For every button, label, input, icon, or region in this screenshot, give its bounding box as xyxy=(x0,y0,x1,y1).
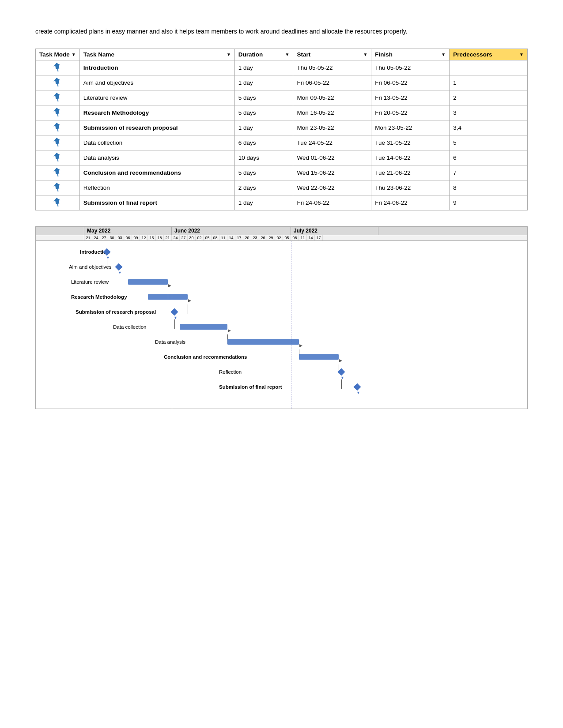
finish-dropdown-arrow[interactable]: ▼ xyxy=(441,52,446,57)
svg-marker-2 xyxy=(53,77,61,85)
col-start[interactable]: Start ▼ xyxy=(293,49,371,60)
gantt-date-cell: 17 xyxy=(235,235,243,240)
table-row: Data analysis10 daysWed 01-06-22Tue 14-0… xyxy=(36,150,528,165)
gantt-dates-row: 2124273003060912151821242730020508111417… xyxy=(36,235,527,241)
gantt-date-cell: 21 xyxy=(84,235,92,240)
gantt-task-label: Data analysis xyxy=(155,339,185,345)
gantt-date-cell: 30 xyxy=(188,235,196,240)
gantt-bar xyxy=(299,354,339,360)
table-row: Submission of research proposal1 dayMon … xyxy=(36,120,528,135)
svg-marker-14 xyxy=(53,167,61,175)
task-duration-cell: 1 day xyxy=(234,75,293,90)
gantt-date-cell: 17 xyxy=(315,235,323,240)
task-predecessors-cell: 5 xyxy=(450,135,528,150)
table-row: Literature review5 daysMon 09-05-22Fri 1… xyxy=(36,90,528,105)
svg-marker-8 xyxy=(53,122,61,130)
gantt-month-header: May 2022June 2022July 2022 xyxy=(36,227,527,235)
task-mode-cell xyxy=(36,135,80,150)
task-mode-cell xyxy=(36,180,80,195)
task-pin-icon xyxy=(52,107,63,119)
task-table: Task Mode ▼ Task Name ▼ Duration ▼ Start xyxy=(35,49,528,210)
task-name-cell: Reflection xyxy=(79,180,234,195)
svg-line-9 xyxy=(58,129,58,131)
task-pin-icon xyxy=(52,137,63,149)
gantt-date-cell: 15 xyxy=(148,235,156,240)
task-pin-icon xyxy=(52,152,63,164)
svg-marker-6 xyxy=(53,107,61,115)
task-finish-cell: Mon 23-05-22 xyxy=(371,120,450,135)
gantt-bar xyxy=(148,294,188,300)
gantt-task-row: Conclusion and recommendations▶ xyxy=(36,349,527,364)
gantt-date-cell: 26 xyxy=(259,235,267,240)
gantt-date-cell: 20 xyxy=(243,235,251,240)
gantt-date-cell: 24 xyxy=(92,235,100,240)
task-finish-cell: Tue 14-06-22 xyxy=(371,150,450,165)
intro-paragraph: create complicated plans in easy manner … xyxy=(35,26,528,36)
gantt-task-row: Submission of research proposal▼ xyxy=(36,304,527,319)
task-mode-cell xyxy=(36,90,80,105)
task-pin-icon xyxy=(52,182,63,194)
gantt-date-cell: 02 xyxy=(196,235,204,240)
svg-marker-0 xyxy=(53,62,61,70)
gantt-date-cell: 12 xyxy=(140,235,148,240)
table-row: Conclusion and recommendations5 daysWed … xyxy=(36,165,528,180)
task-duration-cell: 10 days xyxy=(234,150,293,165)
task-pin-icon xyxy=(52,122,63,134)
gantt-date-cell: 08 xyxy=(291,235,299,240)
task-name-dropdown-arrow[interactable]: ▼ xyxy=(227,52,231,57)
col-duration[interactable]: Duration ▼ xyxy=(234,49,293,60)
gantt-task-label: Submission of research proposal xyxy=(76,309,156,315)
gantt-task-label: Reflection xyxy=(219,369,242,375)
task-mode-dropdown-arrow[interactable]: ▼ xyxy=(72,52,76,57)
gantt-date-cell: 11 xyxy=(219,235,227,240)
task-name-cell: Literature review xyxy=(79,90,234,105)
duration-dropdown-arrow[interactable]: ▼ xyxy=(285,52,290,57)
col-predecessors[interactable]: Predecessors ▼ xyxy=(450,49,528,60)
col-finish[interactable]: Finish ▼ xyxy=(371,49,450,60)
gantt-date-cell: 30 xyxy=(108,235,116,240)
col-task-mode[interactable]: Task Mode ▼ xyxy=(36,49,80,60)
gantt-date-cell: 11 xyxy=(299,235,307,240)
svg-line-13 xyxy=(58,159,58,161)
gantt-task-label: Aim and objectives xyxy=(69,264,112,270)
task-mode-cell xyxy=(36,120,80,135)
gantt-task-row: Research Methodology▶ xyxy=(36,289,527,304)
task-duration-cell: 6 days xyxy=(234,135,293,150)
task-pin-icon xyxy=(52,92,63,104)
task-pin-icon xyxy=(52,167,63,179)
gantt-date-cell: 29 xyxy=(267,235,275,240)
gantt-date-cell: 02 xyxy=(275,235,283,240)
svg-line-5 xyxy=(58,99,58,101)
gantt-task-label: Literature review xyxy=(71,279,109,285)
task-start-cell: Fri 24-06-22 xyxy=(293,195,371,210)
task-start-cell: Tue 24-05-22 xyxy=(293,135,371,150)
gantt-task-row: Literature review▶ xyxy=(36,274,527,289)
gantt-date-cell: 18 xyxy=(156,235,164,240)
table-row: Reflection2 daysWed 22-06-22Thu 23-06-22… xyxy=(36,180,528,195)
table-row: Data collection6 daysTue 24-05-22Tue 31-… xyxy=(36,135,528,150)
task-finish-cell: Fri 20-05-22 xyxy=(371,105,450,120)
task-predecessors-cell: 8 xyxy=(450,180,528,195)
task-mode-cell xyxy=(36,150,80,165)
task-predecessors-cell: 2 xyxy=(450,90,528,105)
predecessors-dropdown-arrow[interactable]: ▼ xyxy=(519,52,524,57)
task-start-cell: Mon 16-05-22 xyxy=(293,105,371,120)
gantt-date-cell: 21 xyxy=(164,235,172,240)
gantt-bar xyxy=(227,339,299,345)
svg-line-19 xyxy=(58,204,58,206)
task-predecessors-cell: 3,4 xyxy=(450,120,528,135)
svg-marker-10 xyxy=(53,137,61,145)
gantt-task-row: Aim and objectives▼ xyxy=(36,259,527,274)
table-row: Aim and objectives1 dayFri 06-05-22Fri 0… xyxy=(36,75,528,90)
task-finish-cell: Fri 06-05-22 xyxy=(371,75,450,90)
gantt-date-cell: 05 xyxy=(283,235,291,240)
task-pin-icon xyxy=(52,62,63,74)
start-dropdown-arrow[interactable]: ▼ xyxy=(363,52,367,57)
table-row: Introduction1 dayThu 05-05-22Thu 05-05-2… xyxy=(36,60,528,75)
gantt-month-label: May 2022 xyxy=(84,227,172,235)
col-task-name[interactable]: Task Name ▼ xyxy=(79,49,234,60)
gantt-date-cell: 23 xyxy=(251,235,259,240)
svg-marker-16 xyxy=(53,182,61,190)
task-mode-cell xyxy=(36,60,80,75)
task-finish-cell: Tue 21-06-22 xyxy=(371,165,450,180)
